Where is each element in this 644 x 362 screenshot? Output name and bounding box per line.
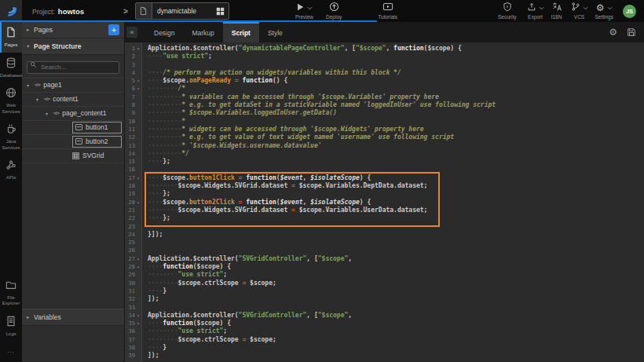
java-services-icon [5, 123, 16, 137]
chevron-down-icon [307, 6, 313, 10]
variables-section-header[interactable]: ▸ Variables [22, 309, 124, 326]
logs-icon [5, 316, 16, 330]
tree-expand-icon[interactable]: ▾ [46, 111, 53, 116]
i18n-button[interactable]: I18N [551, 2, 562, 20]
search-input[interactable] [27, 61, 119, 74]
sidebar-item-java-services[interactable]: JavaServices [0, 119, 22, 155]
project-name: Project:howtos [32, 7, 84, 16]
pages-panel: ▸ Pages + ▾ Page Structure ▾</>page1▾</>… [22, 22, 125, 362]
button-widget-icon [75, 138, 82, 144]
page-structure-header[interactable]: ▾ Page Structure [22, 38, 124, 55]
button-widget-icon [75, 124, 82, 130]
shield-icon [503, 1, 512, 15]
script-editor[interactable]: 1▾2345▾6▾7891011121314151617▾181920▾2122… [125, 42, 644, 362]
web-services-icon [5, 87, 16, 101]
vcs-button[interactable]: VCS [571, 2, 588, 20]
code-content[interactable]: Application.$controller("dynamictablePag… [142, 42, 644, 360]
apis-icon [5, 159, 16, 174]
structure-search [22, 55, 124, 78]
export-icon [527, 1, 536, 15]
gear-icon: ⚙ [596, 3, 605, 13]
sidebar-item-web-services[interactable]: WebServices [0, 82, 22, 119]
editor-pane: « DesignMarkupScriptStyle ⚙ 1▾2345▾6▾789… [125, 22, 644, 362]
collapse-arrow-icon: ▸ [27, 27, 34, 33]
preview-button[interactable]: Preview [295, 2, 313, 20]
add-page-button[interactable]: + [108, 24, 119, 35]
chevron-right-icon: > [123, 7, 128, 16]
play-icon [295, 1, 305, 15]
export-button[interactable]: Export [527, 2, 544, 20]
file-explorer-icon [5, 280, 16, 294]
file-icon [136, 3, 152, 19]
sidebar-item-apis[interactable]: APIs [0, 155, 22, 185]
chevron-down-icon [583, 6, 588, 10]
tree-item-button1[interactable]: button1 [22, 121, 124, 135]
tutorials-button[interactable]: Tutorials [378, 2, 397, 20]
grid-icon [216, 7, 225, 16]
save-icon[interactable] [627, 27, 636, 37]
wavemaker-studio: Project:howtos > dynamictable [0, 0, 644, 362]
top-bar: Project:howtos > dynamictable [0, 0, 644, 22]
databases-icon [5, 57, 16, 71]
tree-item-page1[interactable]: ▾</>page1 [22, 79, 124, 93]
line-numbers: 1▾2345▾6▾7891011121314151617▾181920▾2122… [125, 42, 142, 362]
security-button[interactable]: Security [498, 2, 516, 20]
editor-tab-bar: « DesignMarkupScriptStyle ⚙ [125, 22, 644, 42]
tree-item-content1[interactable]: ▾</>content1 [22, 93, 124, 107]
tab-design[interactable]: Design [145, 22, 183, 42]
sidebar-item-logs[interactable]: Logs [0, 311, 22, 342]
video-icon [382, 1, 393, 15]
sidebar-item-pages[interactable]: Pages [0, 22, 22, 53]
more-button[interactable]: ... [0, 341, 22, 362]
deploy-icon [329, 1, 339, 15]
expand-arrow-icon: ▾ [27, 43, 34, 49]
wavemaker-logo-icon[interactable] [0, 0, 22, 22]
collapse-arrow-icon: ▸ [27, 314, 34, 320]
branch-icon [571, 1, 580, 15]
translate-icon [551, 1, 562, 15]
widget-tree: ▾</>page1▾</>content1▾</>page_content1bu… [22, 78, 124, 163]
sidebar-item-databases[interactable]: Databases [0, 53, 22, 83]
left-icon-rail: PagesDatabasesWebServicesJavaServicesAPI… [0, 22, 22, 362]
tab-script[interactable]: Script [223, 22, 259, 42]
user-avatar[interactable]: JS [623, 5, 636, 18]
pages-section-header[interactable]: ▸ Pages + [22, 22, 124, 38]
code-icon: </> [35, 82, 40, 87]
chevron-down-icon [539, 6, 544, 10]
search-icon [30, 61, 37, 68]
code-icon: </> [44, 97, 49, 101]
pages-icon [5, 27, 16, 41]
collapse-panel-button[interactable]: « [126, 27, 137, 38]
page-tab-label: dynamictable [152, 7, 216, 15]
chevron-down-icon [607, 6, 613, 10]
deploy-button[interactable]: Deploy [326, 2, 342, 20]
settings-button[interactable]: ⚙ Settings [595, 2, 614, 20]
tree-item-page-content1[interactable]: ▾</>page_content1 [22, 107, 124, 121]
tree-expand-icon[interactable]: ▾ [36, 97, 44, 102]
page-tab-dynamictable[interactable]: dynamictable [135, 2, 229, 20]
editor-settings-icon[interactable]: ⚙ [609, 27, 617, 37]
tab-style[interactable]: Style [259, 22, 291, 42]
sidebar-item-file-explorer[interactable]: FileExplorer [0, 275, 22, 311]
tree-expand-icon[interactable]: ▾ [27, 82, 35, 88]
tree-item-svgrid[interactable]: SVGrid [22, 149, 124, 163]
grid-widget-icon [72, 152, 79, 159]
tree-item-button2[interactable]: button2 [22, 135, 124, 149]
code-icon: </> [53, 111, 59, 115]
tab-markup[interactable]: Markup [183, 22, 222, 42]
